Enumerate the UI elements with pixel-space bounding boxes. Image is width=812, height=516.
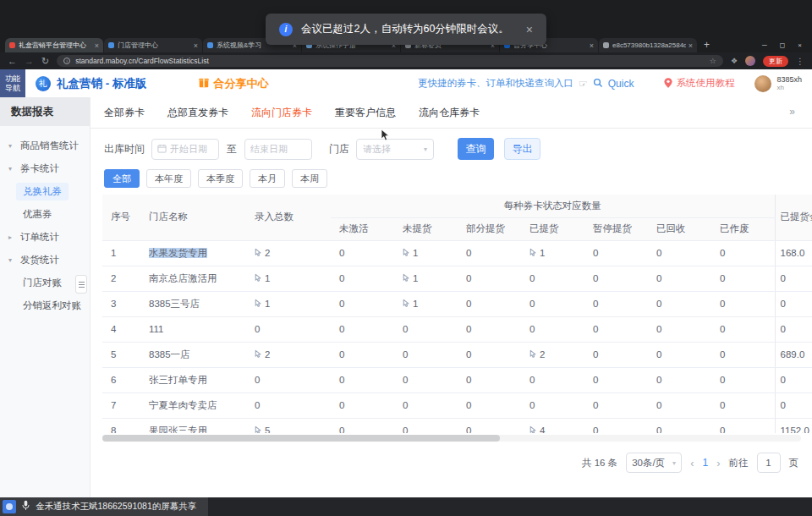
update-button[interactable]: 更新	[763, 56, 788, 67]
cell-text: 0	[593, 349, 598, 360]
click-count-icon[interactable]	[255, 349, 262, 360]
user-avatar[interactable]	[754, 75, 771, 92]
user-menu[interactable]: 8385xh xh	[754, 75, 802, 92]
tab-close-icon[interactable]: ×	[590, 41, 594, 50]
share-center-link[interactable]: 合分享中心	[198, 76, 269, 91]
table-container: 序号 门店名称 录入总数 每种券卡状态对应数量 已提货金额 未激活 未提货 部分…	[102, 195, 812, 433]
table-cell: 2	[246, 342, 331, 367]
table-cell: 0	[458, 240, 521, 266]
main-tabs: 全部券卡总部直发券卡流向门店券卡重要客户信息流向仓库券卡	[104, 106, 480, 120]
window-close-button[interactable]: ×	[798, 41, 802, 49]
quick-filter-button[interactable]: 本周	[292, 169, 327, 188]
sidebar-item[interactable]: 兑换礼券	[0, 180, 90, 203]
collapse-panel-button[interactable]: »	[789, 106, 795, 118]
export-button[interactable]: 导出	[504, 138, 540, 160]
page-number[interactable]: 1	[702, 457, 708, 469]
cell-text: 南京总店激活用	[149, 273, 217, 283]
sidebar-item[interactable]: 优惠券	[0, 203, 90, 226]
quick-filter-button[interactable]: 本季度	[198, 169, 243, 188]
main-tab[interactable]: 流向仓库券卡	[419, 106, 480, 120]
tab-close-icon[interactable]: ×	[689, 41, 693, 50]
sidebar-item[interactable]: ▾券卡统计	[0, 157, 90, 180]
mic-icon[interactable]	[22, 499, 30, 514]
end-date-input[interactable]	[250, 144, 306, 154]
next-page-button[interactable]: ›	[716, 457, 720, 469]
table-cell: 0	[648, 291, 711, 316]
sidebar-item[interactable]: ▾商品销售统计	[0, 134, 90, 157]
horizontal-scrollbar[interactable]	[102, 435, 801, 442]
click-count-icon[interactable]	[255, 425, 262, 434]
table-cell: 1	[246, 266, 331, 291]
bookmark-star-icon[interactable]: ☆	[710, 57, 716, 65]
sidebar-item[interactable]: ▸订单统计	[0, 226, 90, 249]
back-button[interactable]: ←	[8, 57, 17, 66]
prev-page-button[interactable]: ‹	[690, 457, 694, 469]
cell-text: 5	[265, 425, 270, 434]
search-button[interactable]: 查询	[458, 138, 494, 160]
sidebar-item[interactable]: 分销返利对账	[0, 294, 90, 317]
table-cell: 0	[584, 342, 648, 367]
toast-close-button[interactable]: ×	[526, 23, 533, 36]
nav-box[interactable]: 功能导航	[0, 69, 25, 97]
sidebar-collapse-handle[interactable]	[75, 275, 87, 294]
browser-tab[interactable]: 门店管理中心×	[104, 38, 202, 52]
click-count-icon[interactable]	[403, 299, 410, 310]
browser-profile-avatar[interactable]	[745, 56, 755, 66]
tab-close-icon[interactable]: ×	[194, 41, 198, 50]
cell-text: 0	[593, 425, 598, 433]
extensions-icon[interactable]: ❖	[731, 57, 738, 65]
col-voided: 已作废	[711, 217, 775, 240]
click-count-icon[interactable]	[529, 248, 537, 259]
quick-filter-button[interactable]: 全部	[104, 169, 140, 188]
browser-tab[interactable]: e8c573980b1328a2584d2e6f×	[599, 38, 697, 52]
cell-text: 8385三号店	[149, 299, 200, 309]
main-tab[interactable]: 流向门店券卡	[251, 106, 312, 120]
browser-tab[interactable]: 礼盒营销平台管理中心×	[5, 38, 103, 52]
table-cell: 0	[648, 342, 711, 367]
page-size-select[interactable]: 30条/页 ▾	[626, 453, 682, 473]
click-count-icon[interactable]	[255, 299, 262, 310]
click-count-icon[interactable]	[529, 349, 537, 360]
end-date-field[interactable]	[244, 139, 312, 160]
reload-button[interactable]: ↻	[41, 57, 49, 66]
quick-filter-button[interactable]: 本年度	[146, 169, 191, 188]
goto-page-input[interactable]	[757, 453, 781, 473]
click-count-icon[interactable]	[403, 248, 410, 259]
start-date-input[interactable]	[170, 144, 213, 154]
forward-button[interactable]: →	[25, 57, 34, 66]
window-maximize-button[interactable]: ◻	[780, 41, 786, 49]
nav-box-label: 功能导航	[4, 74, 21, 93]
cell-text: 7	[111, 400, 116, 410]
start-date-field[interactable]	[151, 139, 219, 160]
toast-info-icon: i	[279, 23, 293, 36]
address-bar[interactable]: i standard.maboy.cn/CardFlowStatisticsLi…	[57, 55, 723, 67]
table-cell: 1	[246, 291, 331, 316]
main-tab[interactable]: 全部券卡	[104, 106, 145, 120]
click-count-icon[interactable]	[255, 248, 262, 259]
tab-favicon-icon	[9, 42, 15, 48]
cell-text: 0	[339, 375, 344, 385]
new-tab-button[interactable]: +	[704, 39, 710, 51]
url-text[interactable]: standard.maboy.cn/CardFlowStatisticsList	[75, 57, 705, 65]
click-count-icon[interactable]	[255, 273, 262, 284]
scrollbar-thumb[interactable]	[102, 435, 500, 442]
browser-menu-icon[interactable]: ⋮	[796, 57, 804, 66]
quick-search[interactable]: 更快捷的券卡、订单和快递查询入口 ☞ Quick	[418, 76, 634, 91]
window-minimize-button[interactable]: ─	[762, 41, 767, 49]
quick-filter-button[interactable]: 本月	[250, 169, 285, 188]
main-tab[interactable]: 总部直发券卡	[167, 106, 228, 120]
sidebar-item[interactable]: ▾发货统计	[0, 249, 90, 272]
cell-text: 0	[593, 299, 598, 309]
tutorial-link[interactable]: 系统使用教程	[664, 76, 734, 91]
table-cell: 689.0	[775, 342, 812, 367]
store-select[interactable]: 请选择 ▾	[356, 139, 434, 160]
site-info-icon[interactable]: i	[63, 58, 70, 64]
tab-close-icon[interactable]: ×	[95, 41, 99, 50]
main-tab[interactable]: 重要客户信息	[335, 106, 396, 120]
table-cell: 0	[331, 342, 394, 367]
caret-icon: ▾	[8, 256, 16, 264]
click-count-icon[interactable]	[403, 273, 410, 284]
click-count-icon[interactable]	[529, 425, 537, 434]
cell-text: 0	[720, 273, 725, 283]
pointer-hand-icon: ☞	[579, 78, 588, 90]
